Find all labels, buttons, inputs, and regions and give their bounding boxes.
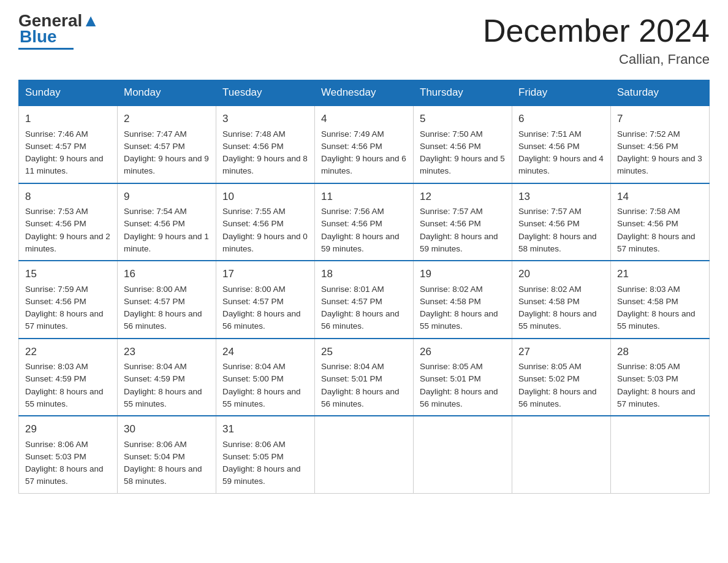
sunrise-label: Sunrise: 8:02 AM [518, 285, 582, 294]
calendar-cell: 17 Sunrise: 8:00 AM Sunset: 4:57 PM Dayl… [216, 261, 315, 339]
calendar-table: Sunday Monday Tuesday Wednesday Thursday… [18, 80, 710, 494]
daylight-label: Daylight: 8 hours and 56 minutes. [420, 387, 498, 408]
day-number: 12 [420, 189, 506, 205]
sunset-label: Sunset: 4:56 PM [321, 142, 382, 151]
day-number: 23 [124, 344, 210, 360]
sunset-label: Sunset: 4:56 PM [420, 142, 481, 151]
sunrise-label: Sunrise: 7:51 AM [518, 129, 582, 139]
day-number: 21 [617, 266, 703, 282]
sunset-label: Sunset: 5:00 PM [222, 374, 284, 383]
sunset-label: Sunset: 4:58 PM [420, 297, 481, 306]
sunset-label: Sunset: 4:56 PM [222, 142, 284, 151]
calendar-cell: 8 Sunrise: 7:53 AM Sunset: 4:56 PM Dayli… [19, 183, 118, 261]
day-number: 17 [222, 266, 308, 282]
sunset-label: Sunset: 4:58 PM [518, 297, 580, 306]
calendar-cell: 27 Sunrise: 8:05 AM Sunset: 5:02 PM Dayl… [512, 339, 611, 416]
day-number: 13 [518, 189, 604, 205]
sunrise-label: Sunrise: 8:00 AM [124, 285, 187, 294]
daylight-label: Daylight: 9 hours and 8 minutes. [222, 154, 308, 175]
sunrise-label: Sunrise: 7:50 AM [420, 129, 483, 139]
sunrise-label: Sunrise: 8:03 AM [25, 362, 88, 371]
sunset-label: Sunset: 5:05 PM [222, 452, 284, 461]
calendar-cell [512, 416, 611, 493]
sunrise-label: Sunrise: 7:58 AM [617, 207, 680, 216]
calendar-week-5: 29 Sunrise: 8:06 AM Sunset: 5:03 PM Dayl… [19, 416, 710, 493]
sunrise-label: Sunrise: 7:59 AM [25, 285, 88, 294]
daylight-label: Daylight: 8 hours and 55 minutes. [25, 387, 104, 408]
sunset-label: Sunset: 4:56 PM [25, 297, 86, 306]
calendar-cell: 29 Sunrise: 8:06 AM Sunset: 5:03 PM Dayl… [19, 416, 118, 493]
daylight-label: Daylight: 8 hours and 56 minutes. [321, 309, 400, 331]
calendar-cell: 5 Sunrise: 7:50 AM Sunset: 4:56 PM Dayli… [414, 105, 512, 183]
day-number: 24 [222, 344, 308, 360]
calendar-cell: 10 Sunrise: 7:55 AM Sunset: 4:56 PM Dayl… [216, 183, 315, 261]
sunset-label: Sunset: 4:56 PM [518, 219, 580, 228]
calendar-cell: 21 Sunrise: 8:03 AM Sunset: 4:58 PM Dayl… [611, 261, 710, 339]
calendar-cell: 1 Sunrise: 7:46 AM Sunset: 4:57 PM Dayli… [19, 105, 118, 183]
daylight-label: Daylight: 8 hours and 58 minutes. [518, 232, 597, 253]
daylight-label: Daylight: 9 hours and 0 minutes. [222, 232, 308, 253]
day-number: 15 [25, 266, 111, 282]
sunrise-label: Sunrise: 8:04 AM [124, 362, 187, 371]
day-number: 29 [25, 421, 111, 437]
sunrise-label: Sunrise: 7:57 AM [420, 207, 483, 216]
sunset-label: Sunset: 4:57 PM [321, 297, 382, 306]
daylight-label: Daylight: 8 hours and 55 minutes. [420, 309, 498, 331]
daylight-label: Daylight: 9 hours and 11 minutes. [25, 154, 104, 175]
calendar-cell: 31 Sunrise: 8:06 AM Sunset: 5:05 PM Dayl… [216, 416, 315, 493]
calendar-cell: 25 Sunrise: 8:04 AM Sunset: 5:01 PM Dayl… [315, 339, 414, 416]
sunset-label: Sunset: 4:56 PM [617, 219, 678, 228]
sunset-label: Sunset: 4:56 PM [617, 142, 678, 151]
day-number: 18 [321, 266, 407, 282]
sunrise-label: Sunrise: 7:54 AM [124, 207, 187, 216]
calendar-cell [611, 416, 710, 493]
calendar-cell: 28 Sunrise: 8:05 AM Sunset: 5:03 PM Dayl… [611, 339, 710, 416]
calendar-header-row: Sunday Monday Tuesday Wednesday Thursday… [19, 80, 710, 106]
calendar-cell: 4 Sunrise: 7:49 AM Sunset: 4:56 PM Dayli… [315, 105, 414, 183]
logo-blue-text: Blue [20, 27, 57, 47]
sunrise-label: Sunrise: 8:05 AM [420, 362, 483, 371]
sunrise-label: Sunrise: 7:46 AM [25, 129, 88, 139]
calendar-cell: 11 Sunrise: 7:56 AM Sunset: 4:56 PM Dayl… [315, 183, 414, 261]
col-monday: Monday [118, 80, 216, 106]
calendar-week-1: 1 Sunrise: 7:46 AM Sunset: 4:57 PM Dayli… [19, 105, 710, 183]
calendar-cell: 9 Sunrise: 7:54 AM Sunset: 4:56 PM Dayli… [118, 183, 216, 261]
sunset-label: Sunset: 5:03 PM [617, 374, 678, 383]
sunset-label: Sunset: 4:59 PM [124, 374, 185, 383]
calendar-week-2: 8 Sunrise: 7:53 AM Sunset: 4:56 PM Dayli… [19, 183, 710, 261]
sunset-label: Sunset: 4:58 PM [617, 297, 678, 306]
col-wednesday: Wednesday [315, 80, 414, 106]
calendar-cell: 23 Sunrise: 8:04 AM Sunset: 4:59 PM Dayl… [118, 339, 216, 416]
daylight-label: Daylight: 8 hours and 57 minutes. [25, 464, 104, 486]
calendar-cell [414, 416, 512, 493]
sunrise-label: Sunrise: 8:05 AM [518, 362, 582, 371]
daylight-label: Daylight: 8 hours and 57 minutes. [25, 309, 104, 331]
sunrise-label: Sunrise: 8:03 AM [617, 285, 680, 294]
sunset-label: Sunset: 4:59 PM [25, 374, 86, 383]
location: Callian, France [483, 52, 710, 67]
calendar-week-3: 15 Sunrise: 7:59 AM Sunset: 4:56 PM Dayl… [19, 261, 710, 339]
day-number: 22 [25, 344, 111, 360]
sunrise-label: Sunrise: 8:04 AM [222, 362, 286, 371]
calendar-cell: 20 Sunrise: 8:02 AM Sunset: 4:58 PM Dayl… [512, 261, 611, 339]
calendar-cell: 18 Sunrise: 8:01 AM Sunset: 4:57 PM Dayl… [315, 261, 414, 339]
day-number: 27 [518, 344, 604, 360]
sunset-label: Sunset: 4:57 PM [124, 142, 185, 151]
daylight-label: Daylight: 9 hours and 2 minutes. [25, 232, 110, 253]
sunrise-label: Sunrise: 8:04 AM [321, 362, 384, 371]
sunrise-label: Sunrise: 7:49 AM [321, 129, 384, 139]
col-saturday: Saturday [611, 80, 710, 106]
sunset-label: Sunset: 4:56 PM [124, 219, 185, 228]
daylight-label: Daylight: 8 hours and 58 minutes. [124, 464, 202, 486]
day-number: 2 [124, 111, 210, 127]
sunset-label: Sunset: 4:56 PM [25, 219, 86, 228]
day-number: 14 [617, 189, 703, 205]
sunset-label: Sunset: 4:57 PM [124, 297, 185, 306]
day-number: 11 [321, 189, 407, 205]
day-number: 16 [124, 266, 210, 282]
daylight-label: Daylight: 8 hours and 55 minutes. [124, 387, 202, 408]
day-number: 28 [617, 344, 703, 360]
calendar-cell: 13 Sunrise: 7:57 AM Sunset: 4:56 PM Dayl… [512, 183, 611, 261]
month-title: December 2024 [483, 12, 710, 49]
calendar-cell: 2 Sunrise: 7:47 AM Sunset: 4:57 PM Dayli… [118, 105, 216, 183]
